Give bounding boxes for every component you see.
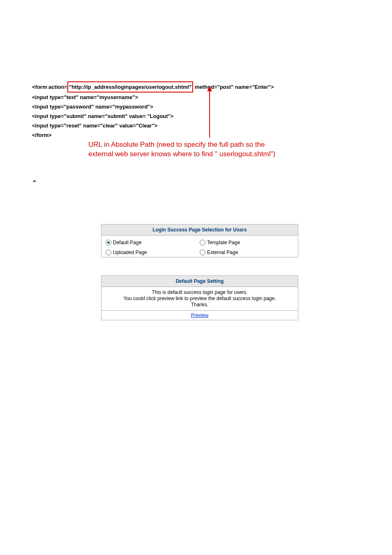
annotation-line-1: URL in Absolute Path (need to specify th… xyxy=(88,140,275,149)
panel2-body-line3: Thanks. xyxy=(106,302,294,308)
code-line-5: <input type="reset" name="clear" value="… xyxy=(32,121,274,130)
code-line-6: </form> xyxy=(32,130,274,140)
radio-label: External Page xyxy=(207,250,238,255)
panel1-col-left: Default Page Uploaded Page xyxy=(106,239,200,256)
radio-icon xyxy=(106,240,111,245)
radio-icon xyxy=(200,250,205,255)
panel2-body-line1: This is default success login page for u… xyxy=(106,289,294,296)
radio-uploaded-page[interactable]: Uploaded Page xyxy=(106,249,200,256)
radio-label: Template Page xyxy=(207,240,240,245)
code-line1-pre: <form action= xyxy=(32,84,67,90)
preview-link[interactable]: Preview xyxy=(191,312,209,318)
panel2-footer: Preview xyxy=(101,311,298,320)
radio-template-page[interactable]: Template Page xyxy=(200,239,294,246)
radio-label: Uploaded Page xyxy=(113,250,147,255)
radio-icon xyxy=(106,250,111,255)
radio-default-page[interactable]: Default Page xyxy=(106,239,200,246)
code-line-1: <form action="http://ip_address/loginpag… xyxy=(32,81,274,92)
code-line-3: <input type="password" name="mypassword"… xyxy=(32,102,274,111)
radio-external-page[interactable]: External Page xyxy=(200,249,294,256)
login-success-page-selection-panel: Login Success Page Selection for Users D… xyxy=(101,224,298,257)
code-line-2: <input type="text" name="myusername"> xyxy=(32,92,274,102)
panel2-header: Default Page Setting xyxy=(101,276,298,287)
bullet-marker: ➢ xyxy=(32,178,37,184)
panel1-body: Default Page Uploaded Page Template Page… xyxy=(101,236,298,257)
panel1-col-right: Template Page External Page xyxy=(200,239,294,256)
radio-icon xyxy=(200,240,205,245)
code-block: <form action="http://ip_address/loginpag… xyxy=(32,81,274,140)
panel1-header: Login Success Page Selection for Users xyxy=(101,224,298,236)
radio-label: Default Page xyxy=(113,240,141,245)
highlighted-url-box: "http://ip_address/loginpages/userlogout… xyxy=(67,81,193,92)
annotation-line-2: external web server knows where to find … xyxy=(88,149,275,159)
annotation-text: URL in Absolute Path (need to specify th… xyxy=(88,140,275,159)
code-line-4: <input type="submit" name="submit" value… xyxy=(32,111,274,121)
panel2-body: This is default success login page for u… xyxy=(101,287,298,311)
panel2-body-line2: You could click preview link to preview … xyxy=(106,296,294,302)
default-page-setting-panel: Default Page Setting This is default suc… xyxy=(101,275,298,320)
code-line1-post: method="post" name="Enter"> xyxy=(193,84,274,90)
